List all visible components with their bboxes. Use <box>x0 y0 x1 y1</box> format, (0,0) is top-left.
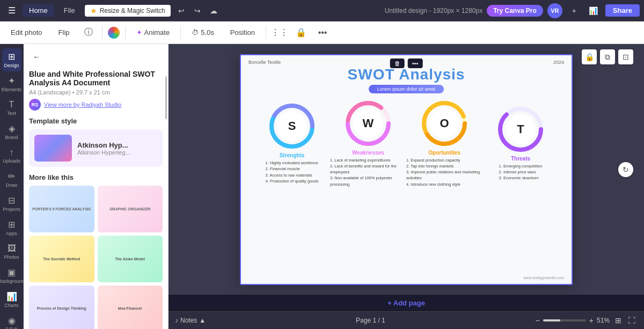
author-link[interactable]: View more by Radiyah Studio <box>44 101 121 108</box>
canvas-scroll[interactable]: 🔒 ⧉ ⊡ ↻ 🗑 ••• <box>169 44 644 295</box>
thumb-inner-5: Process of Design Thinking <box>29 286 94 329</box>
sidebar-item-design[interactable]: ⊞ Design <box>2 48 21 71</box>
more-element-options-button[interactable]: ••• <box>408 59 423 68</box>
notes-button[interactable]: ♪ Notes ▲ <box>175 317 206 324</box>
undo-button[interactable]: ↩ <box>174 3 189 18</box>
cloud-save-button[interactable]: ☁ <box>206 3 221 18</box>
template-style-label: Template style <box>29 117 163 125</box>
template-thumb-4[interactable]: The Asian Model <box>98 236 163 282</box>
more-options-button[interactable]: ••• <box>314 25 331 41</box>
charts-icon: 📊 <box>6 291 17 302</box>
info-button[interactable]: ⓘ <box>80 25 97 41</box>
user-avatar[interactable]: VR <box>547 3 562 18</box>
lock-button[interactable]: 🔒 <box>293 25 309 41</box>
font-subtext: Atkinson Hyperleg... <box>77 149 130 156</box>
resize-magic-button[interactable]: ★ Resize & Magic Switch <box>85 5 171 17</box>
swot-title-w: Weaknesses <box>352 150 384 156</box>
zoom-controls: − + 51% ⊞ ⛶ <box>536 315 638 326</box>
zoom-out-button[interactable]: − <box>536 316 540 325</box>
sidebar-item-apps[interactable]: ⊞ Apps <box>2 216 21 239</box>
expand-canvas-button[interactable]: ⊡ <box>618 49 633 64</box>
ai-icon: ◉ <box>8 316 16 326</box>
swot-col-t: T Threats 1. Emerging competition 2. Int… <box>482 105 559 181</box>
template-preview <box>34 135 72 162</box>
uploads-icon: ↑ <box>10 148 14 157</box>
share-button[interactable]: Share <box>605 4 640 17</box>
add-page-button[interactable]: + Add page <box>169 295 644 311</box>
design-canvas[interactable]: 🗑 ••• Borcelle Textile 2024 SWOT A <box>240 54 573 285</box>
fullscreen-button[interactable]: ⛶ <box>626 315 638 326</box>
edit-photo-toolbar: Edit photo Flip ⓘ ✦ Animate ⏱ 5.0s Posit… <box>0 21 644 44</box>
zoom-slider[interactable] <box>543 319 586 321</box>
swot-circle-o: O <box>420 99 469 148</box>
thumb-inner-3: The Socratic Method <box>29 236 94 282</box>
swot-title-s: Strenghts <box>280 152 305 158</box>
delete-element-button[interactable]: 🗑 <box>390 59 405 68</box>
sidebar-item-ai[interactable]: ◉ D-ID AI Pres... <box>2 312 21 329</box>
lock-canvas-button[interactable]: 🔒 <box>582 49 597 64</box>
sidebar-item-projects[interactable]: ⊟ Projects <box>2 192 21 215</box>
thumb-inner-1: PORTER'S 5 FORCES ANALYSIS <box>29 186 94 232</box>
background-icon: ▣ <box>8 267 16 277</box>
refresh-icon[interactable]: ↻ <box>618 162 633 177</box>
menu-button[interactable]: ☰ <box>4 3 19 18</box>
sidebar-item-brand[interactable]: ◈ Brand <box>2 120 21 143</box>
view-buttons: ⊞ ⛶ <box>613 315 638 326</box>
sidebar-item-text[interactable]: T Text <box>2 97 21 119</box>
apps-icon: ⊞ <box>8 220 15 230</box>
template-title: Blue and White Professional SWOT Analysi… <box>29 70 163 87</box>
font-name: Atkinson Hyp... <box>77 141 130 149</box>
swot-circles-row: S Strenghts 1. Highly motivated workforc… <box>248 99 564 187</box>
duration-button[interactable]: ⏱ 5.0s <box>186 26 219 39</box>
sidebar-item-background[interactable]: ▣ Background <box>2 264 21 287</box>
template-thumb-2[interactable]: GRAPHIC ORGANIZER <box>98 186 163 232</box>
ellipsis-icon: ••• <box>412 60 419 67</box>
page-info: Page 1 / 1 <box>356 317 385 324</box>
elements-icon: ✦ <box>8 76 15 86</box>
grid-layout-button[interactable]: ⋮⋮ <box>272 25 288 41</box>
template-thumb-3[interactable]: The Socratic Method <box>29 236 94 282</box>
try-canva-button[interactable]: Try Canva Pro <box>487 5 543 17</box>
divider <box>180 26 181 39</box>
top-toolbar: ☰ Home File ★ Resize & Magic Switch ↩ ↪ … <box>0 0 644 21</box>
zoom-fill <box>543 319 560 321</box>
sidebar-item-charts[interactable]: 📊 Charts <box>2 288 21 311</box>
more-like-this-label: More like this <box>29 173 163 181</box>
color-picker-button[interactable] <box>108 27 120 39</box>
zoom-percentage: 51% <box>597 317 610 324</box>
swot-circle-t: T <box>496 105 545 153</box>
animate-button[interactable]: ✦ Animate <box>131 26 175 39</box>
sidebar-item-uploads[interactable]: ↑ Uploads <box>2 144 21 167</box>
add-collaborator-button[interactable]: + <box>567 3 582 18</box>
left-sidebar: ⊞ Design ✦ Elements T Text ◈ Brand ↑ Upl… <box>0 44 24 329</box>
chevron-up-icon: ▲ <box>199 317 206 324</box>
notes-icon: ♪ <box>175 317 178 324</box>
swot-items-w: 1. Lack of marketing expenditures 2. Lac… <box>330 157 406 187</box>
template-thumb-5[interactable]: Process of Design Thinking <box>29 286 94 329</box>
flip-button[interactable]: Flip <box>53 26 75 39</box>
swot-circle-w: W <box>344 99 392 148</box>
redo-button[interactable]: ↪ <box>190 3 205 18</box>
canvas-refresh-button[interactable]: ↻ <box>618 162 633 177</box>
edit-photo-button[interactable]: Edit photo <box>5 26 48 39</box>
menu-icon: ☰ <box>8 5 16 16</box>
analytics-button[interactable]: 📊 <box>586 3 601 18</box>
sidebar-item-draw[interactable]: ✏ Draw <box>2 168 21 191</box>
text-icon: T <box>9 100 14 109</box>
sidebar-item-elements[interactable]: ✦ Elements <box>2 72 21 96</box>
position-button[interactable]: Position <box>225 26 260 39</box>
grid-view-button[interactable]: ⊞ <box>613 315 624 326</box>
tab-file[interactable]: File <box>57 4 82 17</box>
template-style-card[interactable]: Atkinson Hyp... Atkinson Hyperleg... <box>29 129 163 167</box>
zoom-in-button[interactable]: + <box>589 316 594 325</box>
svg-text:W: W <box>363 116 374 130</box>
tab-home[interactable]: Home <box>23 4 54 17</box>
template-thumb-6[interactable]: Idea Financer <box>98 286 163 329</box>
template-thumb-1[interactable]: PORTER'S 5 FORCES ANALYSIS <box>29 186 94 232</box>
panel-back-button[interactable]: ← <box>29 49 44 64</box>
selection-toolbar: 🗑 ••• <box>390 59 423 68</box>
sidebar-item-photos[interactable]: 🖼 Photos <box>2 240 21 263</box>
canvas-content: Borcelle Textile 2024 SWOT Analysis Lore… <box>241 55 572 284</box>
thumb-inner-4: The Asian Model <box>98 236 163 282</box>
copy-canvas-button[interactable]: ⧉ <box>600 49 615 64</box>
